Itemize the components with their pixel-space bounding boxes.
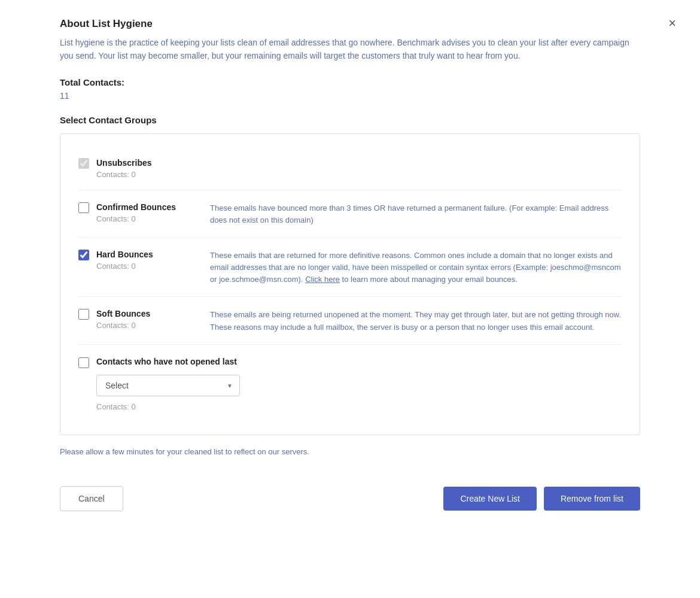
modal-description: List hygiene is the practice of keeping … bbox=[60, 36, 640, 63]
confirmed-bounces-checkbox-wrap bbox=[78, 202, 89, 213]
not-opened-name: Contacts who have not opened last bbox=[96, 357, 237, 366]
modal-title: About List Hygiene bbox=[60, 18, 640, 30]
group-row-confirmed-bounces: Confirmed Bounces Contacts: 0 These emai… bbox=[78, 190, 622, 238]
hard-bounces-area: Hard Bounces Contacts: 0 bbox=[78, 248, 210, 271]
not-opened-checkbox[interactable] bbox=[78, 357, 89, 368]
modal-container: × About List Hygiene List hygiene is the… bbox=[0, 0, 700, 598]
click-here-link[interactable]: Click here bbox=[305, 275, 340, 284]
confirmed-bounces-checkbox[interactable] bbox=[78, 202, 89, 213]
not-opened-contacts: Contacts: 0 bbox=[96, 402, 136, 411]
soft-bounces-name: Soft Bounces bbox=[96, 309, 150, 318]
confirmed-bounces-contacts: Contacts: 0 bbox=[96, 214, 176, 223]
unsubscribes-contacts: Contacts: 0 bbox=[96, 170, 152, 179]
soft-bounces-contacts: Contacts: 0 bbox=[96, 321, 150, 330]
hard-bounces-desc: These emails that are returned for more … bbox=[210, 248, 622, 286]
soft-bounces-desc: These emails are being returned unopened… bbox=[210, 308, 622, 333]
confirmed-bounces-desc: These emails have bounced more than 3 ti… bbox=[210, 201, 622, 226]
unsubscribes-checkbox[interactable] bbox=[78, 158, 89, 169]
cancel-button[interactable]: Cancel bbox=[60, 486, 123, 511]
not-opened-label-area: Contacts who have not opened last bbox=[96, 357, 237, 369]
total-contacts-label: Total Contacts: bbox=[60, 77, 640, 87]
hard-bounces-label-area: Hard Bounces Contacts: 0 bbox=[96, 250, 153, 271]
contact-groups-box: Unsubscribes Contacts: 0 Confirmed Bounc… bbox=[60, 133, 640, 435]
confirmed-bounces-name: Confirmed Bounces bbox=[96, 202, 176, 212]
hard-bounces-checkbox[interactable] bbox=[78, 250, 89, 260]
not-opened-select[interactable]: Select 1 campaign 2 campaigns 3 campaign… bbox=[96, 375, 240, 396]
select-groups-label: Select Contact Groups bbox=[60, 115, 640, 125]
footer-right-buttons: Create New List Remove from list bbox=[443, 487, 640, 511]
create-new-list-button[interactable]: Create New List bbox=[443, 487, 537, 511]
confirmed-bounces-label-area: Confirmed Bounces Contacts: 0 bbox=[96, 202, 176, 223]
not-opened-checkbox-wrap bbox=[78, 357, 89, 368]
hard-bounces-name: Hard Bounces bbox=[96, 250, 153, 259]
total-contacts-value: 11 bbox=[60, 91, 640, 101]
group-row-unsubscribes: Unsubscribes Contacts: 0 bbox=[78, 146, 622, 190]
hard-bounces-checkbox-wrap bbox=[78, 250, 89, 260]
unsubscribes-checkbox-wrap bbox=[78, 158, 89, 169]
close-button[interactable]: × bbox=[668, 17, 676, 30]
select-wrapper: Select 1 campaign 2 campaigns 3 campaign… bbox=[96, 375, 240, 396]
soft-bounces-checkbox-wrap bbox=[78, 309, 89, 320]
confirmed-bounces-area: Confirmed Bounces Contacts: 0 bbox=[78, 201, 210, 223]
notice-text: Please allow a few minutes for your clea… bbox=[60, 447, 640, 456]
group-row-soft-bounces: Soft Bounces Contacts: 0 These emails ar… bbox=[78, 297, 622, 344]
not-opened-area: Contacts who have not opened last Select… bbox=[78, 356, 240, 412]
group-row-not-opened: Contacts who have not opened last Select… bbox=[78, 345, 622, 423]
unsubscribes-name: Unsubscribes bbox=[96, 158, 152, 168]
unsubscribes-area: Unsubscribes Contacts: 0 bbox=[78, 157, 210, 179]
soft-bounces-checkbox[interactable] bbox=[78, 309, 89, 320]
hard-bounces-contacts: Contacts: 0 bbox=[96, 262, 153, 271]
not-opened-select-area: Select 1 campaign 2 campaigns 3 campaign… bbox=[96, 375, 240, 396]
group-row-hard-bounces: Hard Bounces Contacts: 0 These emails th… bbox=[78, 238, 622, 297]
remove-from-list-button[interactable]: Remove from list bbox=[544, 487, 640, 511]
footer-buttons: Cancel Create New List Remove from list bbox=[60, 480, 640, 511]
soft-bounces-area: Soft Bounces Contacts: 0 bbox=[78, 308, 210, 330]
soft-bounces-label-area: Soft Bounces Contacts: 0 bbox=[96, 309, 150, 330]
unsubscribes-label-area: Unsubscribes Contacts: 0 bbox=[96, 158, 152, 179]
